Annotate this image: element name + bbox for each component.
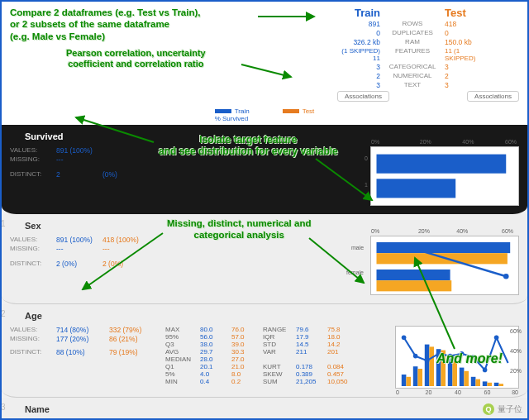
- footer-logo: Q 量子位: [483, 403, 522, 415]
- svg-rect-23: [475, 379, 480, 386]
- row-num-3: 3: [1, 403, 6, 412]
- associations-train-button[interactable]: Associations: [337, 91, 389, 102]
- svg-rect-9: [413, 366, 418, 386]
- svg-point-29: [436, 351, 441, 356]
- row-num-1: 1: [1, 219, 6, 228]
- annotation-compare: Compare 2 dataframes (e.g. Test vs Train…: [10, 7, 332, 42]
- panel-sex: 1 Sex VALUES:891 (100%)418 (100%) MISSIN…: [2, 214, 527, 304]
- svg-rect-8: [402, 375, 407, 386]
- svg-rect-22: [464, 371, 469, 386]
- svg-point-32: [471, 355, 476, 360]
- svg-rect-13: [460, 368, 465, 386]
- panel-title-name: Name: [10, 403, 519, 419]
- svg-point-33: [483, 368, 488, 373]
- svg-rect-25: [498, 384, 503, 386]
- panel-name: 3 Name VALUES:891 (100%)418 (100%) MISSI…: [2, 398, 527, 420]
- svg-rect-4: [377, 270, 450, 280]
- svg-point-31: [460, 351, 465, 356]
- grid-icon: [13, 222, 21, 231]
- chart-sex: 0%20%40%60% male female: [370, 236, 519, 295]
- svg-rect-3: [377, 253, 508, 264]
- legend-row: Train% Survived Test: [2, 105, 527, 125]
- svg-rect-2: [377, 242, 511, 253]
- svg-rect-1: [377, 179, 456, 198]
- svg-point-7: [503, 274, 509, 279]
- header-test-title: Test: [445, 7, 488, 19]
- survived-stats: VALUES:891 (100%) MISSING:--- DISTINCT:2…: [10, 146, 144, 179]
- svg-point-26: [402, 336, 407, 341]
- svg-rect-5: [377, 280, 452, 291]
- svg-point-28: [425, 359, 430, 364]
- svg-rect-16: [494, 383, 499, 386]
- header-row: Compare 2 dataframes (e.g. Test vs Train…: [2, 2, 527, 105]
- svg-point-30: [448, 354, 453, 359]
- header-train-title: Train: [337, 7, 380, 19]
- sex-stats: VALUES:891 (100%)418 (100%) MISSING:----…: [10, 236, 144, 268]
- panel-title-age: Age: [10, 309, 519, 326]
- qbit-icon: Q: [483, 403, 494, 415]
- panel-title-survived: Survived: [10, 130, 519, 146]
- panel-title-sex: Sex: [10, 219, 519, 236]
- chart-survived: 0%20%40%60% 01: [370, 146, 519, 206]
- header-stats: TrainTest 891ROWS418 0DUPLICATES0 326.2 …: [337, 7, 519, 89]
- svg-rect-17: [406, 377, 411, 386]
- svg-rect-21: [452, 360, 457, 386]
- svg-rect-24: [487, 383, 492, 386]
- grid-icon: [13, 133, 21, 141]
- panel-survived: Survived VALUES:891 (100%) MISSING:--- D…: [2, 125, 527, 214]
- svg-point-27: [413, 354, 418, 359]
- panel-age: 2 Age VALUES:714 (80%)332 (79%) MISSING:…: [2, 304, 527, 398]
- grid-icon: [13, 313, 21, 321]
- svg-rect-15: [483, 382, 488, 387]
- associations-test-button[interactable]: Associations: [467, 91, 519, 102]
- svg-rect-0: [377, 155, 507, 174]
- age-stats: VALUES:714 (80%)332 (79%) MISSING:177 (2…: [10, 326, 157, 356]
- grid-icon: [13, 406, 21, 414]
- svg-point-34: [494, 336, 499, 341]
- svg-rect-18: [417, 369, 422, 386]
- svg-point-6: [412, 246, 417, 252]
- row-num-2: 2: [1, 309, 6, 318]
- svg-rect-12: [448, 359, 453, 387]
- svg-rect-19: [429, 347, 434, 387]
- svg-rect-10: [425, 345, 430, 386]
- age-numeric-stats: MAX80.076.0RANGE79.675.8 95%56.057.0IQR1…: [165, 326, 387, 385]
- svg-rect-14: [471, 377, 476, 386]
- chart-age: 60%40%20% 020406080: [395, 326, 519, 389]
